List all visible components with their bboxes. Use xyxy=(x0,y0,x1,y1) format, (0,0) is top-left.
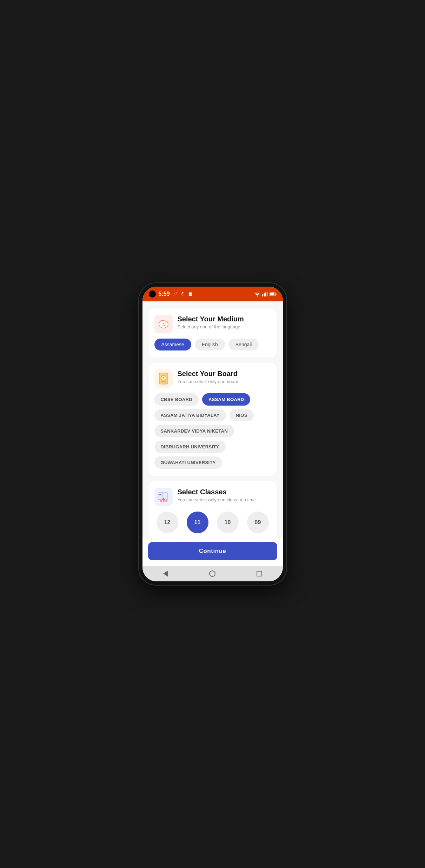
status-right xyxy=(254,292,277,296)
board-title: Select Your Board xyxy=(178,369,239,378)
svg-rect-0 xyxy=(262,294,263,296)
signal-icon xyxy=(262,292,268,296)
board-chip-assam[interactable]: ASSAM BOARD xyxy=(202,393,251,406)
board-title-wrap: Select Your Board You can select only on… xyxy=(178,369,239,384)
svg-text:★: ★ xyxy=(162,376,165,380)
pin-icon: 📌 xyxy=(173,292,178,296)
board-chip-sankardev[interactable]: SANKARDEV VIDYA NIKETAN xyxy=(154,425,234,437)
continue-wrap: Continue xyxy=(142,538,283,566)
medium-title-wrap: Select Your Medium Select any one of the… xyxy=(178,315,244,329)
classes-title-wrap: Select Classes You can select only one c… xyxy=(178,488,256,502)
status-left: 5:59 📌 ⏱ 📋 xyxy=(149,291,193,298)
svg-point-21 xyxy=(165,500,167,502)
home-button[interactable] xyxy=(208,569,217,578)
class-10[interactable]: 10 xyxy=(217,512,239,533)
clip-icon: 📋 xyxy=(188,292,193,296)
recents-button[interactable] xyxy=(255,569,264,578)
timer-icon: ⏱ xyxy=(181,292,185,296)
board-icon: ★ xyxy=(154,369,173,388)
svg-rect-16 xyxy=(161,381,166,382)
board-chip-nios[interactable]: NIOS xyxy=(230,409,254,421)
svg-rect-22 xyxy=(159,494,161,495)
class-12[interactable]: 12 xyxy=(157,512,178,533)
medium-subtitle: Select any one of the language xyxy=(178,324,244,329)
medium-title: Select Your Medium xyxy=(178,315,244,323)
nav-bar xyxy=(142,566,283,581)
svg-rect-3 xyxy=(267,292,268,296)
recents-icon xyxy=(257,571,262,576)
medium-icon: A ☆ ✦ xyxy=(154,315,173,333)
phone-frame: 5:59 📌 ⏱ 📋 A ☆ xyxy=(139,283,286,585)
home-icon xyxy=(209,570,215,577)
board-chip-cbse[interactable]: CBSE BOARD xyxy=(154,393,199,406)
board-chip-jatiya[interactable]: ASSAM JATIYA BIDYALAY xyxy=(154,409,226,421)
classes-subtitle: You can select only one class at a time xyxy=(178,497,256,502)
back-icon xyxy=(163,570,168,577)
wifi-icon xyxy=(254,292,260,296)
svg-rect-5 xyxy=(275,293,276,295)
medium-chips: Assamese English Bengali xyxy=(154,339,271,350)
board-chip-guwahati[interactable]: GUWAHATI UNIVERSITY xyxy=(154,456,222,469)
svg-rect-6 xyxy=(270,293,274,295)
status-bar: 5:59 📌 ⏱ 📋 xyxy=(142,287,283,301)
classes-title: Select Classes xyxy=(178,488,256,496)
svg-point-20 xyxy=(162,500,165,502)
content-area: A ☆ ✦ Select Your Medium Select any one … xyxy=(142,301,283,538)
camera-dot xyxy=(149,291,156,298)
class-11[interactable]: 11 xyxy=(187,512,208,533)
board-header: ★ Select Your Board You can select only … xyxy=(154,369,271,388)
class-09[interactable]: 09 xyxy=(247,512,269,533)
classes-icon xyxy=(154,488,173,506)
medium-header: A ☆ ✦ Select Your Medium Select any one … xyxy=(154,315,271,333)
classes-header: Select Classes You can select only one c… xyxy=(154,488,271,506)
svg-point-19 xyxy=(160,500,162,502)
back-button[interactable] xyxy=(161,569,170,578)
continue-button[interactable]: Continue xyxy=(148,542,277,560)
board-section: ★ Select Your Board You can select only … xyxy=(149,363,277,476)
chip-bengali[interactable]: Bengali xyxy=(228,339,259,350)
board-chips: CBSE BOARD ASSAM BOARD ASSAM JATIYA BIDY… xyxy=(154,393,271,469)
battery-icon xyxy=(270,292,277,296)
board-chip-dibrugarh[interactable]: DIBRUGARH UNIVERSITY xyxy=(154,441,226,453)
svg-text:✦: ✦ xyxy=(164,320,167,323)
phone-inner: 5:59 📌 ⏱ 📋 A ☆ xyxy=(142,287,283,581)
chip-assamese[interactable]: Assamese xyxy=(154,339,191,350)
svg-rect-1 xyxy=(264,293,265,296)
class-grid: 12 11 10 09 08 07 06 05 04 03 02 01 xyxy=(154,512,271,538)
medium-section: A ☆ ✦ Select Your Medium Select any one … xyxy=(149,308,277,358)
classes-section: Select Classes You can select only one c… xyxy=(149,481,277,538)
board-subtitle: You can select only one board xyxy=(178,379,239,384)
svg-rect-2 xyxy=(265,292,266,296)
status-time: 5:59 xyxy=(159,291,170,297)
chip-english[interactable]: English xyxy=(195,339,225,350)
